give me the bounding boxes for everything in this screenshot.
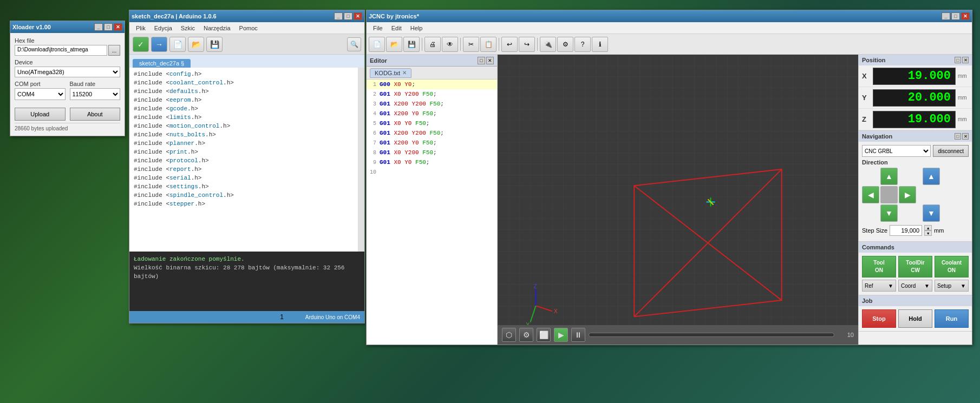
tool-on-btn[interactable]: ToolON <box>862 256 896 278</box>
xloader-minimize-btn[interactable]: _ <box>94 23 103 31</box>
stop-btn[interactable]: Stop <box>862 309 896 328</box>
jcnc-view-play-btn[interactable]: ▶ <box>554 328 568 342</box>
save-btn[interactable]: 💾 <box>206 37 223 52</box>
jcnc-open-btn[interactable]: 📂 <box>386 37 402 52</box>
new-btn[interactable]: 📄 <box>169 37 186 52</box>
jcnc-tab-kodg[interactable]: KODG.txt ✕ <box>370 68 411 78</box>
upload-toolbar-btn[interactable]: → <box>151 37 167 52</box>
ref-dropdown[interactable]: Ref ▼ <box>862 280 896 292</box>
pos-x-unit: mm <box>956 73 969 79</box>
jcnc-3d-view: X Y Z ⬡ ⚙ ⬜ <box>498 55 858 345</box>
dir-spacer5 <box>941 186 958 203</box>
jcnc-minimize-btn[interactable]: _ <box>942 12 950 20</box>
dir-down-btn[interactable]: ▼ <box>880 204 898 222</box>
position-close-btn[interactable]: ✕ <box>962 57 969 63</box>
dir-center-btn[interactable] <box>880 186 898 203</box>
menu-szkic[interactable]: Szkic <box>177 24 199 32</box>
coolant-on-btn[interactable]: CoolantON <box>935 256 969 278</box>
jcnc-cut-btn[interactable]: ✂ <box>463 37 479 52</box>
jcnc-editor-close-btn[interactable]: ✕ <box>486 57 494 64</box>
jcnc-view-settings-btn[interactable]: ⚙ <box>519 328 533 342</box>
navigation-close-btn[interactable]: ✕ <box>962 133 969 140</box>
xloader-title: Xloader v1.00 <box>12 24 93 30</box>
jcnc-connect-btn[interactable]: 🔌 <box>540 37 556 52</box>
arduino-titlebar: sketch_dec27a | Arduino 1.0.6 _ □ ✕ <box>129 10 364 22</box>
dir-zup-btn[interactable]: ▲ <box>923 168 940 185</box>
jcnc-new-btn[interactable]: 📄 <box>369 37 385 52</box>
menu-edycja[interactable]: Edycja <box>150 24 177 32</box>
dir-zdown-btn[interactable]: ▼ <box>923 204 940 222</box>
job-content: Stop Hold Run <box>859 306 972 331</box>
jcnc-line-7: 7 G01 X200 Y0 F50; <box>367 138 497 148</box>
jcnc-undo-btn[interactable]: ↩ <box>501 37 518 52</box>
hold-btn[interactable]: Hold <box>898 309 932 328</box>
jcnc-menu-help[interactable]: Help <box>406 24 427 32</box>
step-input[interactable] <box>890 225 922 236</box>
menu-narzedzia[interactable]: Narzędzia <box>199 24 235 32</box>
jcnc-view-frame-btn[interactable]: ⬜ <box>537 328 551 342</box>
coord-dropdown[interactable]: Coord ▼ <box>898 280 932 292</box>
arduino-minimize-btn[interactable]: _ <box>334 12 343 20</box>
arduino-restore-btn[interactable]: □ <box>344 12 352 20</box>
device-select[interactable]: Uno(ATmega328) <box>15 67 120 77</box>
upload-btn[interactable]: Upload <box>15 108 66 121</box>
hex-path-field[interactable]: D:\Download\jtroncis_atmega <box>15 45 107 56</box>
jcnc-view-3d-btn[interactable]: ⬡ <box>502 328 516 342</box>
menu-plik[interactable]: Plik <box>132 24 150 32</box>
arduino-toolbar: ✓ → 📄 📂 💾 🔍 <box>129 34 364 55</box>
arduino-tab-sketch[interactable]: sketch_dec27a § <box>133 59 191 68</box>
com-baud-row: COM port COM4 Baud rate 115200 <box>15 81 120 103</box>
hex-file-label: Hex file <box>15 37 120 44</box>
navigation-restore-btn[interactable]: □ <box>955 133 961 140</box>
jcnc-redo-btn[interactable]: ↪ <box>519 37 535 52</box>
step-up-btn[interactable]: ▲ <box>924 225 932 230</box>
verify-btn[interactable]: ✓ <box>133 37 149 52</box>
jcnc-menu-file[interactable]: File <box>369 24 387 32</box>
jcnc-progress-percent: 10 <box>838 332 854 338</box>
jcnc-toolbar-sep1 <box>422 38 422 51</box>
hex-browse-btn[interactable]: ... <box>108 45 120 56</box>
baud-select[interactable]: 115200 <box>70 88 121 100</box>
jcnc-print-btn[interactable]: 🖨 <box>424 37 441 52</box>
dir-up-btn[interactable]: ▲ <box>880 168 898 185</box>
step-spinner: ▲ ▼ <box>924 225 932 236</box>
connect-btn[interactable]: disconnect <box>933 145 969 157</box>
jcnc-preview-btn[interactable]: 👁 <box>442 37 458 52</box>
direction-grid: ▲ ▲ ◀ ▶ ▼ <box>862 168 969 222</box>
commands-title: Commands <box>859 242 972 253</box>
jcnc-editor-restore-btn[interactable]: □ <box>478 57 485 64</box>
dir-right-btn[interactable]: ▶ <box>899 186 916 203</box>
dir-left-btn[interactable]: ◀ <box>862 186 879 203</box>
step-down-btn[interactable]: ▼ <box>924 230 932 236</box>
jcnc-line-8: 8 G01 X0 Y200 F50; <box>367 148 497 157</box>
pos-y-label: Y <box>862 94 873 102</box>
jcnc-restore-btn[interactable]: □ <box>951 12 960 20</box>
arduino-editor: #include <config.h> #include <coolant_co… <box>129 68 364 252</box>
open-btn[interactable]: 📂 <box>188 37 204 52</box>
menu-pomoc[interactable]: Pomoc <box>235 24 262 32</box>
position-restore-btn[interactable]: □ <box>955 57 961 63</box>
jcnc-info-btn[interactable]: ℹ <box>592 37 608 52</box>
jcnc-view-pause-btn[interactable]: ⏸ <box>571 328 585 342</box>
run-btn[interactable]: Run <box>935 309 969 328</box>
arduino-close-btn[interactable]: ✕ <box>354 12 362 20</box>
xloader-close-btn[interactable]: ✕ <box>114 23 122 31</box>
jcnc-copy-btn[interactable]: 📋 <box>480 37 496 52</box>
com-col: COM port COM4 <box>15 81 66 103</box>
jcnc-menu-edit[interactable]: Edit <box>387 24 406 32</box>
arduino-tab-bar: sketch_dec27a § <box>129 55 364 68</box>
jcnc-help-btn[interactable]: ? <box>574 37 591 52</box>
jcnc-settings-btn[interactable]: ⚙ <box>557 37 573 52</box>
cnc-type-select[interactable]: CNC GRBL <box>862 145 931 157</box>
jcnc-close-btn[interactable]: ✕ <box>961 12 970 20</box>
jcnc-tab-close-btn[interactable]: ✕ <box>402 70 407 76</box>
setup-dropdown[interactable]: Setup ▼ <box>935 280 969 292</box>
baud-label: Baud rate <box>70 81 121 87</box>
jcnc-save-btn[interactable]: 💾 <box>403 37 420 52</box>
xloader-restore-btn[interactable]: □ <box>104 23 113 31</box>
tooldir-cw-btn[interactable]: ToolDirCW <box>898 256 932 278</box>
arduino-scrollbar[interactable] <box>358 68 364 252</box>
com-select[interactable]: COM4 <box>15 88 66 100</box>
search-btn[interactable]: 🔍 <box>347 37 361 51</box>
about-btn[interactable]: About <box>70 108 121 121</box>
